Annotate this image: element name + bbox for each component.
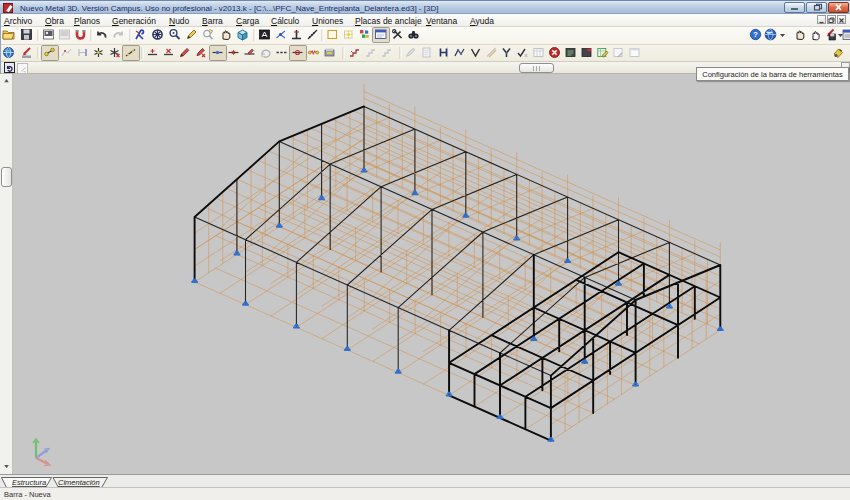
svg-text:Estructura: Estructura (12, 478, 46, 487)
svg-text:Cimentación: Cimentación (58, 478, 100, 487)
